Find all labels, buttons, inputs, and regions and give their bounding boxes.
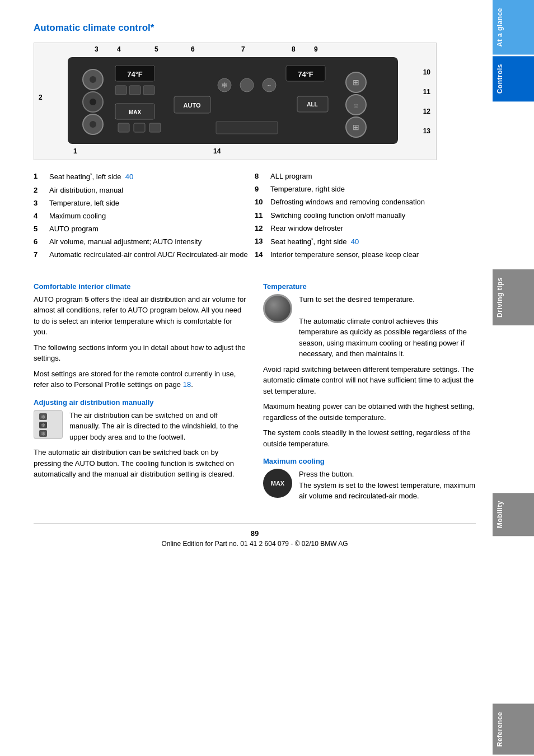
item-14: 14 Interior temperature sensor, please k… [255, 250, 476, 260]
adjusting-air-para-2: The automatic air distribution can be sw… [34, 447, 246, 480]
temperature-para-1: Avoid rapid switching between different … [263, 364, 476, 397]
diag-num-11: 11 [423, 88, 430, 96]
item-9: 9 Temperature, right side [255, 184, 476, 194]
svg-text:74°F: 74°F [127, 70, 143, 78]
svg-point-21 [240, 78, 254, 92]
sidebar-tab-at-a-glance[interactable]: At a glance [493, 0, 534, 55]
page-number: 89 [34, 529, 476, 538]
svg-text:ALL: ALL [307, 101, 317, 108]
item-6: 6 Air volume, manual adjustment; AUTO in… [34, 237, 255, 247]
diag-num-8: 8 [292, 45, 296, 53]
heading-maximum-cooling: Maximum cooling [263, 457, 476, 465]
heading-adjusting-air: Adjusting air distribution manually [34, 398, 246, 407]
item-7: 7 Automatic recirculated-air control AUC… [34, 250, 255, 260]
main-content: Automatic climate control* 3 4 5 6 7 8 9… [0, 0, 493, 756]
diag-num-5: 5 [154, 45, 158, 53]
svg-text:AUTO: AUTO [184, 102, 201, 109]
svg-rect-11 [143, 86, 154, 95]
sidebar-tab-reference[interactable]: Reference [493, 704, 534, 755]
diag-num-10: 10 [423, 68, 430, 76]
heading-comfortable-interior: Comfortable interior climate [34, 282, 246, 291]
svg-point-4 [90, 99, 96, 105]
item-13: 13 Seat heating*, right side 40 [255, 236, 476, 248]
comfortable-para-1: AUTO program 5 offers the ideal air dist… [34, 294, 246, 338]
temperature-para-2: Maximum heating power can be obtained wi… [263, 401, 476, 423]
svg-text:❄: ❄ [41, 422, 45, 428]
items-right: 8 ALL program 9 Temperature, right side … [255, 171, 476, 263]
svg-text:❄: ❄ [41, 414, 45, 420]
footer-text: Online Edition for Part no. 01 41 2 604 … [161, 540, 348, 548]
diag-num-4: 4 [117, 45, 121, 53]
svg-point-2 [90, 76, 96, 83]
maximum-cooling-text: Press the button. The system is set to t… [299, 469, 476, 502]
sidebar: At a glance Controls Driving tips Mobili… [493, 0, 534, 756]
col-right: Temperature Turn to set the desired temp… [263, 274, 476, 506]
adjusting-air-text: The air distribution can be switched on … [69, 410, 246, 443]
svg-point-6 [90, 121, 96, 128]
body-columns: Comfortable interior climate AUTO progra… [34, 274, 476, 506]
svg-text:MAX: MAX [129, 109, 142, 115]
item-4: 4 Maximum cooling [34, 211, 255, 221]
sidebar-tab-driving-tips[interactable]: Driving tips [493, 269, 534, 325]
air-distribution-icon: ❄ ❄ ❄ [34, 410, 63, 439]
item-1: 1 Seat heating*, left side 40 [34, 171, 255, 183]
page-footer: 89 Online Edition for Part no. 01 41 2 6… [34, 523, 476, 548]
temperature-knob-icon [263, 294, 292, 323]
sidebar-tab-mobility[interactable]: Mobility [493, 493, 534, 536]
comfortable-para-3: Most settings are stored for the remote … [34, 368, 246, 390]
section-title: Automatic climate control* [34, 22, 476, 34]
svg-text:❄: ❄ [41, 431, 45, 437]
adjusting-air-section: ❄ ❄ ❄ The air distribution can be switch… [34, 410, 246, 443]
heading-temperature: Temperature [263, 282, 476, 291]
item-12: 12 Rear window defroster [255, 223, 476, 234]
item-10: 10 Defrosting windows and removing conde… [255, 197, 476, 207]
max-button-icon: MAX [263, 469, 292, 498]
diag-num-2: 2 [39, 94, 43, 101]
svg-rect-15 [134, 123, 145, 132]
svg-text:⊞: ⊞ [353, 78, 359, 87]
temperature-text-1: Turn to set the desired temperature. The… [299, 294, 476, 360]
item-11: 11 Switching cooling function on/off man… [255, 211, 476, 221]
svg-rect-24 [216, 122, 278, 134]
svg-rect-16 [149, 123, 161, 132]
items-left: 1 Seat heating*, left side 40 2 Air dist… [34, 171, 255, 263]
items-grid: 1 Seat heating*, left side 40 2 Air dist… [34, 171, 476, 263]
svg-rect-14 [118, 123, 129, 132]
svg-text:74°F: 74°F [298, 70, 313, 78]
diag-num-12: 12 [423, 108, 430, 115]
svg-text:~: ~ [267, 82, 271, 90]
diag-num-3: 3 [95, 45, 99, 53]
diag-num-6: 6 [191, 45, 195, 53]
diag-num-13: 13 [423, 127, 430, 135]
temperature-section: Turn to set the desired temperature. The… [263, 294, 476, 360]
climate-diagram: 3 4 5 6 7 8 9 10 11 12 13 2 1 14 74°F [34, 43, 437, 160]
panel-svg: 74°F MAX AUTO ❄ ~ 74°F [51, 54, 420, 152]
diag-num-7: 7 [241, 45, 245, 53]
item-5: 5 AUTO program [34, 224, 255, 234]
item-8: 8 ALL program [255, 171, 476, 181]
svg-text:❄: ❄ [221, 81, 228, 90]
item-2: 2 Air distribution, manual [34, 185, 255, 195]
comfortable-para-2: The following sections inform you in det… [34, 342, 246, 364]
svg-rect-10 [129, 86, 140, 95]
diag-num-9: 9 [314, 45, 318, 53]
item-3: 3 Temperature, left side [34, 198, 255, 208]
svg-text:☼: ☼ [353, 101, 359, 109]
maximum-cooling-section: MAX Press the button. The system is set … [263, 469, 476, 502]
temperature-para-3: The system cools steadily in the lowest … [263, 427, 476, 449]
svg-rect-9 [115, 86, 127, 95]
sidebar-tab-controls[interactable]: Controls [493, 56, 534, 101]
col-left: Comfortable interior climate AUTO progra… [34, 274, 246, 506]
svg-text:⊞: ⊞ [353, 123, 359, 132]
